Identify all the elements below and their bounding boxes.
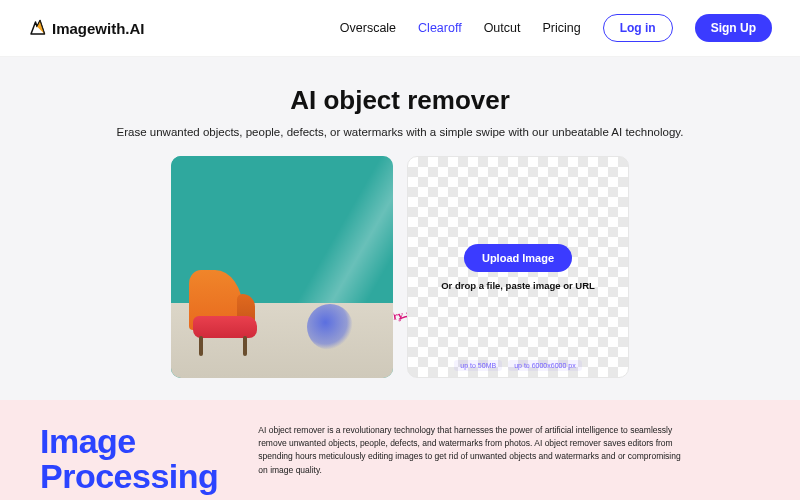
badge-max-res: up to 6000x6000 px: [508, 360, 582, 371]
brand-text: Imagewith.: [52, 20, 130, 37]
login-button[interactable]: Log in: [603, 14, 673, 42]
info-strip: Image Processing AI object remover is a …: [0, 400, 800, 500]
signup-button[interactable]: Sign Up: [695, 14, 772, 42]
hero-section: AI object remover Erase unwanted objects…: [0, 57, 800, 152]
armchair-graphic: [189, 270, 265, 356]
demo-before-image: [171, 156, 393, 378]
upload-image-button[interactable]: Upload Image: [464, 244, 572, 272]
badge-max-size: up to 50MB: [454, 360, 502, 371]
upload-limits: up to 50MB up to 6000x6000 px: [408, 360, 628, 371]
brush-cursor-icon: [307, 304, 353, 350]
upload-dropzone[interactable]: Upload Image Or drop a file, paste image…: [407, 156, 629, 378]
preview-panels: Try yourself for free Upload Image Or dr…: [0, 152, 800, 400]
nav-outcut[interactable]: Outcut: [484, 21, 521, 35]
page-title: AI object remover: [40, 85, 760, 116]
strip-body: AI object remover is a revolutionary tec…: [258, 424, 688, 477]
nav-clearoff[interactable]: Clearoff: [418, 21, 462, 35]
nav-pricing[interactable]: Pricing: [542, 21, 580, 35]
page-subtitle: Erase unwanted objects, people, defects,…: [40, 126, 760, 138]
nav-overscale[interactable]: Overscale: [340, 21, 396, 35]
logo-icon: [28, 19, 46, 37]
brand-suffix: AI: [130, 20, 145, 37]
brand-logo[interactable]: Imagewith.AI: [28, 19, 145, 37]
strip-heading: Image Processing: [40, 424, 218, 493]
top-header: Imagewith.AI Overscale Clearoff Outcut P…: [0, 0, 800, 57]
drop-hint: Or drop a file, paste image or URL: [441, 280, 595, 291]
main-nav: Overscale Clearoff Outcut Pricing Log in…: [340, 14, 772, 42]
